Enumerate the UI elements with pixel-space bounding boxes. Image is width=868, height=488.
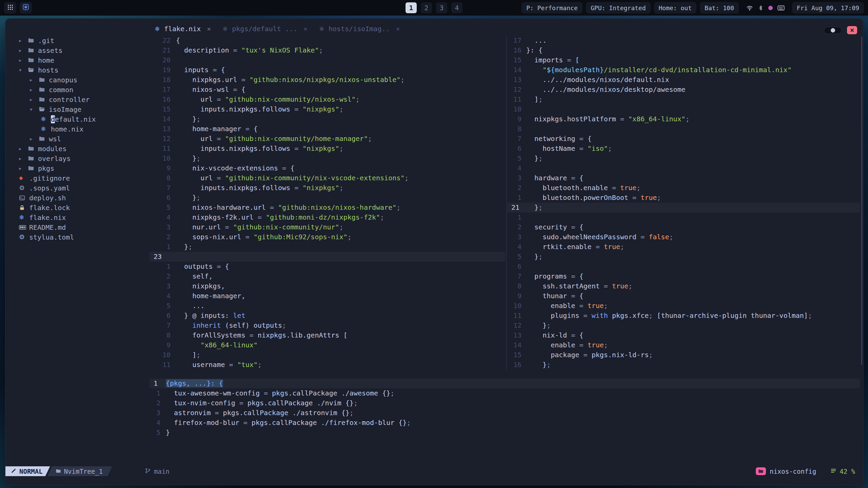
wifi-icon[interactable] — [746, 4, 753, 11]
editor-pane-pkgs-default-nix[interactable]: 1{pkgs, ...}: {1 tux-awesome-wm-config =… — [150, 379, 860, 438]
indicator-dot[interactable] — [768, 6, 773, 10]
status-segment-power-profile[interactable]: P: Performance — [521, 2, 583, 14]
code-line[interactable]: 17 ... — [507, 36, 860, 45]
tree-item-git[interactable]: ▸.git — [5, 36, 149, 45]
code-line[interactable]: 9 "x86_64-linux" — [150, 340, 506, 350]
code-line[interactable]: 16}: { — [507, 45, 860, 55]
code-line[interactable]: 8 ssh.startAgent = true; — [507, 281, 860, 291]
code-line[interactable]: 7 inputs.nixpkgs.follows = "nixpkgs"; — [150, 183, 506, 193]
code-line[interactable]: 11 plugins = with pkgs.xfce; [thunar-arc… — [507, 311, 860, 321]
code-line[interactable]: 6 }; — [150, 193, 506, 203]
code-line[interactable]: 14 }; — [150, 114, 506, 124]
code-line[interactable]: 10 }; — [150, 154, 506, 163]
tree-item-assets[interactable]: ▸assets — [5, 45, 149, 55]
code-line[interactable]: 17 nixos-wsl = { — [150, 85, 506, 95]
tree-item-pkgs[interactable]: ▸pkgs — [5, 163, 149, 173]
code-line[interactable]: 3 nur.url = "github:nix-community/nur"; — [150, 222, 506, 232]
code-line[interactable]: 5 nixos-hardware.url = "github:nixos/nix… — [150, 203, 506, 212]
code-line[interactable]: 12 }; — [507, 321, 860, 330]
editor-pane-iso-default-nix[interactable]: 17 ...16}: {15 imports = [14 "${modulesP… — [507, 36, 860, 370]
code-line[interactable]: 16 url = "github:nix-community/nixos-wsl… — [150, 95, 506, 104]
code-line[interactable]: 7 networking = { — [507, 134, 860, 144]
code-line[interactable]: 14 enable = true; — [507, 340, 860, 350]
code-line[interactable]: 4 rtkit.enable = true; — [507, 242, 860, 252]
code-line[interactable]: 20 — [150, 55, 506, 65]
scrollbar[interactable] — [861, 36, 862, 365]
code-line[interactable]: 5} — [150, 428, 860, 438]
code-line[interactable]: 3 astronvim = pkgs.callPackage ./astronv… — [150, 408, 860, 418]
code-line-current[interactable]: 23 — [150, 252, 506, 262]
code-line[interactable]: 7 inherit (self) outputs; — [150, 321, 506, 330]
code-line[interactable]: 15 inputs.nixpkgs.follows = "nixpkgs"; — [150, 104, 506, 114]
workspace-button-4[interactable]: 4 — [451, 2, 462, 13]
code-line[interactable]: 9 nix-vscode-extensions = { — [150, 163, 506, 173]
code-line[interactable]: 2 bluetooth.enable = true; — [507, 183, 860, 193]
tree-item-overlays[interactable]: ▸overlays — [5, 154, 149, 163]
code-line[interactable]: 3 nixpkgs, — [150, 281, 506, 291]
code-line-current[interactable]: 21 }; — [507, 203, 860, 212]
code-line[interactable]: 4 nixpkgs-f2k.url = "github:moni-dz/nixp… — [150, 212, 506, 222]
tree-item-readme-md[interactable]: README.md — [5, 222, 149, 232]
tree-item-isoimage[interactable]: ▾isoImage — [5, 104, 149, 114]
tree-item-wsl[interactable]: ▸wsl — [5, 134, 149, 144]
code-line[interactable]: 1 — [507, 212, 860, 222]
chevron-right-icon[interactable]: ▸ — [30, 97, 39, 103]
code-line[interactable]: 4 home-manager, — [150, 291, 506, 301]
code-line[interactable]: 3 hardware = { — [507, 173, 860, 183]
tree-item-modules[interactable]: ▸modules — [5, 144, 149, 154]
code-line[interactable]: 10 enable = true; — [507, 301, 860, 311]
chevron-down-icon[interactable]: ▾ — [30, 106, 39, 113]
chevron-down-icon[interactable]: ▾ — [19, 67, 28, 73]
window-close-button[interactable]: × — [847, 26, 857, 34]
workspace-button-1[interactable]: 1 — [406, 2, 417, 13]
code-line[interactable]: 4 — [507, 163, 860, 173]
code-line[interactable]: 3 sudo.wheelNeedsPassword = false; — [507, 232, 860, 242]
tab-close-icon[interactable]: × — [394, 25, 400, 33]
code-line[interactable]: 14 "${modulesPath}/installer/cd-dvd/inst… — [507, 65, 860, 75]
code-line[interactable]: 13 nix-ld = { — [507, 330, 860, 340]
toggle-switch[interactable] — [824, 27, 842, 34]
code-line[interactable]: 5 }; — [507, 252, 860, 262]
tab-close-icon[interactable]: × — [301, 25, 308, 33]
status-segment-battery[interactable]: Bat: 100 — [700, 2, 739, 14]
code-line[interactable]: 11 ]; — [507, 95, 860, 104]
chevron-right-icon[interactable]: ▸ — [30, 87, 39, 93]
status-segment-home-presence[interactable]: Home: out — [654, 2, 697, 14]
focused-client-button[interactable] — [20, 2, 32, 14]
code-line[interactable]: 12 url = "github:nix-community/home-mana… — [150, 134, 506, 144]
tree-item-home-nix[interactable]: ❄home.nix — [5, 124, 149, 134]
code-line[interactable]: 5 }; — [507, 154, 860, 163]
code-line[interactable]: 8 — [507, 124, 860, 134]
tree-item-flake-nix[interactable]: ❄flake.nix — [5, 212, 149, 222]
chevron-right-icon[interactable]: ▸ — [19, 156, 28, 162]
status-segment-gpu-mode[interactable]: GPU: Integrated — [586, 2, 651, 14]
code-line[interactable]: 12 ../../modules/nixos/desktop/awesome — [507, 85, 860, 95]
editor-pane-flake-nix[interactable]: 22{21 description = "tux's NixOS Flake";… — [150, 36, 506, 370]
workspace-button-3[interactable]: 3 — [436, 2, 447, 13]
code-line[interactable]: 11 username = "tux"; — [150, 360, 506, 370]
chevron-right-icon[interactable]: ▸ — [19, 47, 28, 54]
code-line[interactable]: 10 — [507, 104, 860, 114]
clock[interactable]: Fri Aug 09, 17:09 — [792, 2, 864, 14]
code-line[interactable]: 15 package = pkgs.nix-ld-rs; — [507, 350, 860, 360]
tab-pkgs-default[interactable]: ❄pkgs/default ...× — [222, 25, 308, 33]
code-line[interactable]: 16 }; — [507, 360, 860, 370]
tab-close-icon[interactable]: × — [205, 25, 211, 33]
chevron-right-icon[interactable]: ▸ — [30, 77, 39, 83]
code-line[interactable]: 19 inputs = { — [150, 65, 506, 75]
code-line[interactable]: 1 }; — [150, 242, 506, 252]
code-line[interactable]: 15 imports = [ — [507, 55, 860, 65]
tree-item-sops-yaml[interactable]: ⚙.sops.yaml — [5, 183, 149, 193]
code-line[interactable]: 2 self, — [150, 271, 506, 281]
code-line[interactable]: 8 url = "github:nix-community/nix-vscode… — [150, 173, 506, 183]
code-line[interactable]: 9 thunar = { — [507, 291, 860, 301]
workspace-button-2[interactable]: 2 — [421, 2, 432, 13]
chevron-right-icon[interactable]: ▸ — [19, 165, 28, 171]
bluetooth-icon[interactable] — [758, 5, 764, 11]
code-line[interactable]: 4 firefox-mod-blur = pkgs.callPackage ./… — [150, 418, 860, 428]
chevron-right-icon[interactable]: ▸ — [19, 57, 28, 63]
code-line[interactable]: 6 } @ inputs: let — [150, 311, 506, 321]
code-line[interactable]: 13 ../../modules/nixos/default.nix — [507, 75, 860, 85]
code-line[interactable]: 7 programs = { — [507, 271, 860, 281]
code-line-current[interactable]: 1{pkgs, ...}: { — [150, 379, 860, 388]
